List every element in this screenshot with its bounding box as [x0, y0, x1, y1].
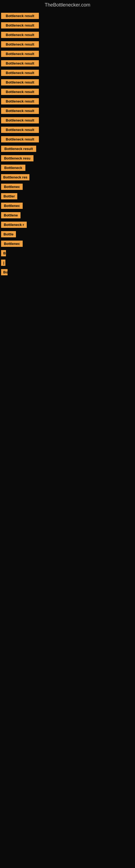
bottleneck-row-14: Bottleneck result — [1, 144, 135, 154]
bottleneck-row-23: Bottle — [1, 229, 135, 239]
bottleneck-row-17: Bottleneck res — [1, 173, 135, 182]
bottleneck-row-11: Bottleneck result — [1, 116, 135, 125]
bottleneck-row-13: Bottleneck result — [1, 134, 135, 144]
bottleneck-result-button-21[interactable]: Bottlene — [1, 212, 20, 218]
bottleneck-result-button-23[interactable]: Bottle — [1, 231, 16, 237]
bottleneck-result-button-24[interactable]: Bottlenec — [1, 241, 23, 247]
bottleneck-row-9: Bottleneck result — [1, 97, 135, 106]
bottleneck-result-button-16[interactable]: Bottleneck — [1, 165, 26, 171]
bottleneck-result-button-12[interactable]: Bottleneck result — [1, 127, 39, 133]
bottleneck-row-12: Bottleneck result — [1, 125, 135, 134]
bottleneck-result-button-11[interactable]: Bottleneck result — [1, 117, 39, 123]
bottleneck-result-button-14[interactable]: Bottleneck result — [1, 146, 36, 152]
bottleneck-result-button-7[interactable]: Bottleneck result — [1, 79, 39, 86]
bottleneck-row-16: Bottleneck — [1, 163, 135, 173]
bottleneck-result-button-19[interactable]: Bottler — [1, 193, 17, 199]
bottleneck-row-3: Bottleneck result — [1, 40, 135, 49]
bottleneck-row-6: Bottleneck result — [1, 68, 135, 78]
bottleneck-result-button-20[interactable]: Bottlenec — [1, 203, 23, 209]
bottleneck-row-26: | — [1, 258, 135, 268]
bottleneck-result-button-18[interactable]: Bottlenec — [1, 184, 23, 190]
bottleneck-result-button-13[interactable]: Bottleneck result — [1, 136, 39, 143]
bottleneck-result-button-1[interactable]: Bottleneck result — [1, 22, 39, 29]
bottleneck-result-button-26[interactable]: | — [1, 259, 5, 266]
bottleneck-result-button-2[interactable]: Bottleneck result — [1, 32, 39, 38]
bottleneck-row-4: Bottleneck result — [1, 49, 135, 59]
bottleneck-result-button-6[interactable]: Bottleneck result — [1, 70, 39, 76]
bottleneck-row-22: Bottleneck r — [1, 220, 135, 229]
bottleneck-row-5: Bottleneck result — [1, 59, 135, 68]
bottleneck-result-button-25[interactable]: B — [1, 250, 6, 256]
bottleneck-row-21: Bottlene — [1, 211, 135, 220]
bottleneck-row-1: Bottleneck result — [1, 21, 135, 30]
bottleneck-result-button-5[interactable]: Bottleneck result — [1, 60, 39, 66]
bottleneck-row-19: Bottler — [1, 191, 135, 201]
bottleneck-result-button-15[interactable]: Bottleneck resu — [1, 155, 34, 161]
bottleneck-result-button-17[interactable]: Bottleneck res — [1, 174, 30, 180]
bottleneck-row-18: Bottlenec — [1, 182, 135, 191]
bottleneck-result-button-3[interactable]: Bottleneck result — [1, 41, 39, 48]
bottleneck-row-10: Bottleneck result — [1, 106, 135, 116]
bottleneck-row-7: Bottleneck result — [1, 78, 135, 87]
bottleneck-row-8: Bottleneck result — [1, 87, 135, 97]
bottleneck-result-button-0[interactable]: Bottleneck result — [1, 13, 39, 19]
bottleneck-row-25: B — [1, 248, 135, 258]
bottleneck-row-20: Bottlenec — [1, 201, 135, 211]
bottleneck-result-button-4[interactable]: Bottleneck result — [1, 51, 39, 57]
bottleneck-row-30: Bo — [1, 268, 135, 277]
bottleneck-row-2: Bottleneck result — [1, 30, 135, 40]
bottleneck-result-button-8[interactable]: Bottleneck result — [1, 89, 39, 95]
bottleneck-result-button-10[interactable]: Bottleneck result — [1, 108, 39, 114]
bottleneck-result-button-9[interactable]: Bottleneck result — [1, 98, 39, 104]
site-title: TheBottlenecker.com — [0, 0, 135, 11]
bottleneck-result-button-22[interactable]: Bottleneck r — [1, 222, 27, 228]
bottleneck-result-button-30[interactable]: Bo — [1, 269, 8, 275]
bottleneck-row-0: Bottleneck result — [1, 11, 135, 21]
bottleneck-row-15: Bottleneck resu — [1, 154, 135, 163]
bottleneck-row-24: Bottlenec — [1, 239, 135, 248]
